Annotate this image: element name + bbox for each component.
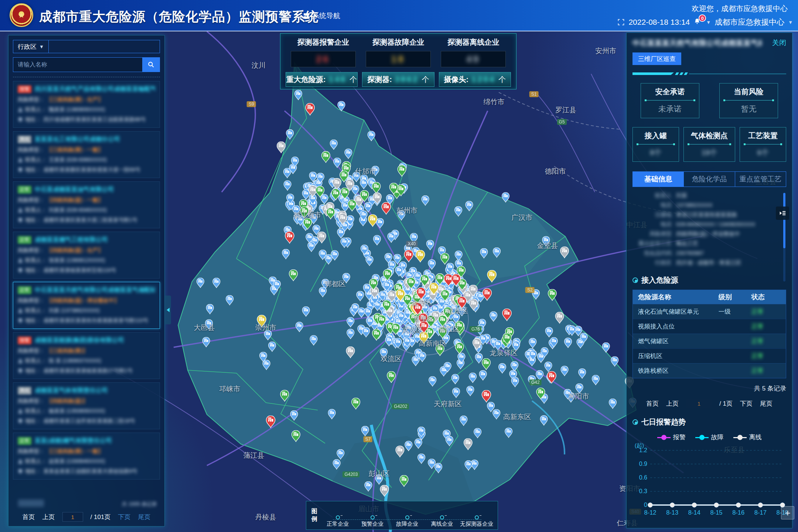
welcome-text: 欢迎您，成都市应急救援中心 <box>692 4 788 14</box>
person-icon <box>18 358 23 364</box>
info-row: 注册地青某江区某某街道某某路 <box>632 211 779 218</box>
search-button[interactable] <box>142 57 160 72</box>
company-list-item[interactable]: 正常 中石某成都某某油气有限公司 风险类型：【四级风险(蓝) - 一般】 联系人… <box>13 181 160 228</box>
region-filter-value[interactable] <box>49 40 160 53</box>
hazard-table-row[interactable]: 压缩机区 正常 <box>633 348 786 363</box>
pagination-first[interactable]: 首页 <box>646 399 659 408</box>
svg-text:8-12: 8-12 <box>644 509 656 516</box>
box-divider <box>723 100 774 100</box>
pagination-page-input[interactable]: 1 <box>686 399 712 408</box>
legend-label: 故障企业 <box>396 521 418 528</box>
company-list: 报警 四川某某天然气产品有限公司成都某某输配气有限公司 风险类型：【三级风险(黄… <box>13 81 160 480</box>
chart-legend: 报警 故障 离线 <box>632 433 786 441</box>
svg-text:8-13: 8-13 <box>666 509 678 516</box>
detail-tab[interactable]: 危险化学品 <box>684 172 735 187</box>
pagination-prev[interactable]: 上页 <box>42 513 55 521</box>
company-list-item[interactable]: 离线 某某某化工有限公司成都分公司 风险类型：【三级风险(黄) - 一般】 联系… <box>13 131 160 178</box>
detector-stat-column: 探测器故障企业 18 <box>361 37 436 67</box>
map-legend-item: 预警企业 <box>355 503 390 528</box>
pagination-page-input[interactable]: 1 <box>62 512 83 522</box>
search-icon <box>147 61 155 68</box>
company-list-item[interactable]: 离线 成都某某气体有限责任公司 风险类型：【四级风险(蓝)】 联系人：杨某某 (… <box>13 382 160 429</box>
location-pin-icon <box>18 469 23 474</box>
scrollbar-thumb[interactable] <box>783 193 785 248</box>
company-address-row: 地址：成都市某某区某某镇某某路27号附1号 <box>18 367 155 374</box>
person-icon <box>18 208 23 213</box>
company-list-item[interactable]: 正常 某某(成都)燃气有限责任公司 风险类型：【三级风险(黄) - 一般】 联系… <box>13 433 160 480</box>
map-zoom-in-button[interactable]: + <box>781 506 794 519</box>
hazard-table-row[interactable]: 液化石油气储罐区单元 一级 正常 <box>633 304 786 319</box>
chevron-down-icon: ▼ <box>39 44 44 50</box>
detector-stat-led: 18 <box>366 51 431 67</box>
close-button[interactable]: 关闭 <box>772 38 786 48</box>
fullscreen-icon[interactable] <box>617 18 625 26</box>
legend-node-icon <box>440 515 444 519</box>
legend-node-icon <box>405 515 409 519</box>
status-badge: 报警 <box>18 85 31 93</box>
pagination-first[interactable]: 首页 <box>23 513 35 521</box>
notification-bell[interactable]: 0 <box>693 17 702 27</box>
chevron-down-icon[interactable]: ▼ <box>788 20 793 25</box>
scrollbar[interactable] <box>783 193 785 282</box>
company-risk-row: 风险类型：【三级风险(黄) - 生产】 <box>18 96 155 103</box>
person-icon <box>18 308 23 313</box>
pagination-last[interactable]: 尾页 <box>760 399 773 408</box>
company-list-item[interactable]: 报警 成都某某能源(集团)股份有限公司 风险类型：【三级风险(黄)】 联系人：陈… <box>13 332 160 379</box>
company-contact-row: 联系人：杨某某 (1350806XXXX) <box>18 407 155 415</box>
hazard-table-row[interactable]: 视频接入点位 正常 <box>633 319 786 334</box>
company-list-item[interactable]: 正常 成都某某燃气工程有限公司 风险类型：【四级风险(蓝) - 生产】 联系人：… <box>13 232 160 279</box>
hazard-name-cell: 铁路栈桥区 <box>638 367 719 375</box>
info-row: 行政区四川省 - 成都市 - 青某江区 <box>632 259 779 266</box>
panel-collapse-button[interactable] <box>776 207 789 220</box>
chart-legend-item[interactable]: 故障 <box>695 433 724 441</box>
hazard-section-header: 接入危险源 <box>632 275 786 285</box>
logo-emblem-icon: ★ <box>18 11 25 20</box>
detector-stat-label: 探测器离线企业 <box>436 37 511 47</box>
hazard-table-row[interactable]: 燃气储罐区 正常 <box>633 334 786 348</box>
detail-tab[interactable]: 重点监管工艺 <box>735 172 786 187</box>
company-pin-icon <box>333 503 342 516</box>
legend-node-icon <box>475 515 479 519</box>
company-list-item[interactable]: 正常 中石某某某天然气有限公司成都某某气储配站 风险类型：【四级风险(蓝) - … <box>13 282 160 329</box>
region-filter-label: 行政区 <box>18 42 37 51</box>
hazard-status-cell: 正常 <box>751 323 781 331</box>
hazard-table-row[interactable]: 铁路栈桥区 正常 <box>633 363 786 378</box>
detail-tab[interactable]: 基础信息 <box>633 172 684 187</box>
section-bullet-icon <box>632 277 638 283</box>
plant-3d-tour-button[interactable]: 三维厂区巡查 <box>632 52 681 65</box>
detector-stat-led: 49 <box>441 51 506 67</box>
company-list-item[interactable]: 报警 四川某某天然气产品有限公司成都某某输配气有限公司 风险类型：【三级风险(黄… <box>13 81 160 128</box>
detail-company-title: 中石某某某天然气有限公司成都某某气储配站 <box>632 38 762 48</box>
system-nav-button[interactable]: 系统导航 <box>304 11 340 21</box>
chart-legend-item[interactable]: 报警 <box>657 433 686 441</box>
legend-label: 离线企业 <box>431 521 453 528</box>
company-address-row: 地址：成都市某某工业开发区某某路二段18号 <box>18 417 155 424</box>
pagination-last[interactable]: 尾页 <box>138 513 150 521</box>
pagination-next[interactable]: 下页 <box>118 513 130 521</box>
legend-dot-icon <box>695 435 709 440</box>
location-pin-icon <box>18 419 23 424</box>
svg-text:0.3: 0.3 <box>639 488 647 494</box>
search-input[interactable] <box>13 57 142 72</box>
hazard-status-cell: 正常 <box>751 367 781 375</box>
pagination-total: / 101页 <box>91 513 111 521</box>
current-user[interactable]: 成都市应急救援中心 <box>715 17 784 27</box>
region-filter-dropdown[interactable]: 行政区 ▼ <box>13 40 49 53</box>
legend-label: 预警企业 <box>361 521 383 528</box>
section-divider <box>632 72 786 75</box>
pagination-prev[interactable]: 上页 <box>666 399 679 408</box>
pagination-next[interactable]: 下页 <box>740 399 753 408</box>
chevron-down-icon[interactable]: ▼ <box>706 20 711 25</box>
company-name: 某某(成都)燃气有限责任公司 <box>35 437 112 445</box>
trend-section-title: 七日报警趋势 <box>641 417 686 427</box>
sidebar-collapse-handle[interactable] <box>165 296 171 324</box>
info-row: 风险类型四级风险(蓝) - 停业整改中 <box>632 231 779 238</box>
hazard-level-cell: 一级 <box>719 308 751 316</box>
chart-legend-item[interactable]: 离线 <box>733 433 762 441</box>
svg-text:8-15: 8-15 <box>710 509 722 516</box>
company-contact-row: 联系人：陈 某 (1369637XXXX) <box>18 357 155 364</box>
location-pin-icon <box>18 218 23 223</box>
company-list-panel: 行政区 ▼ 报警 四川某某天然气产品有限公司成都某某输配气有限公司 风险类型：【… <box>8 35 165 526</box>
svg-text:0.9: 0.9 <box>639 461 647 467</box>
col-hazard-name: 危险源名称 <box>638 293 719 301</box>
